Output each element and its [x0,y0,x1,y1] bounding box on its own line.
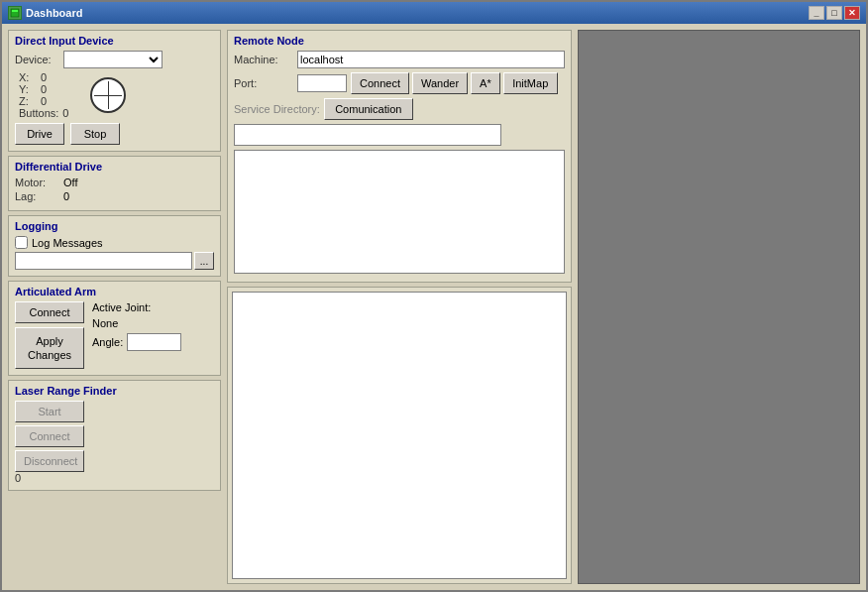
comunication-button[interactable]: Comunication [324,98,413,120]
log-messages-label: Log Messages [32,237,103,249]
direct-input-section: Direct Input Device Device: X: 0 Y: [8,30,221,152]
active-joint-value: None [92,317,118,329]
log-path-row: ... [15,252,214,270]
title-bar-buttons: _ □ ✕ [809,6,860,20]
crosshair-display [90,77,126,113]
active-joint-label: Active Joint: [92,301,151,313]
active-joint-value-row: None [92,317,181,329]
lag-value: 0 [63,190,69,202]
middle-panel: Remote Node Machine: Port: Connect Wande… [227,30,572,584]
log-messages-row: Log Messages [15,236,214,249]
device-row: Device: [15,51,214,68]
laser-range-finder-section: Laser Range Finder Start Connect Disconn… [8,380,221,491]
active-joint-row: Active Joint: [92,301,181,313]
arm-left: Connect ApplyChanges [15,301,84,369]
laser-buttons: Start Connect Disconnect [15,401,214,472]
service-dropdown[interactable] [234,124,501,146]
minimize-button[interactable]: _ [809,6,824,20]
z-label: Z: [19,95,37,107]
articulated-arm-title: Articulated Arm [15,286,214,297]
motor-row: Motor: Off [15,177,214,188]
articulated-arm-section: Articulated Arm Connect ApplyChanges Act… [8,281,221,376]
angle-label: Angle: [92,336,123,348]
window-title: Dashboard [26,7,82,19]
y-value: 0 [41,83,60,95]
title-bar: Dashboard _ □ ✕ [2,2,866,24]
angle-input[interactable] [127,333,181,351]
arm-row: Connect ApplyChanges Active Joint: None … [15,301,214,369]
machine-input[interactable] [297,51,565,68]
direct-input-title: Direct Input Device [15,35,214,47]
device-select[interactable] [63,51,163,68]
arm-visualization-section [227,287,572,584]
log-path-input[interactable] [15,252,192,270]
machine-label: Machine: [234,54,293,65]
log-messages-checkbox[interactable] [15,236,28,249]
logging-section: Logging Log Messages ... [8,215,221,277]
remote-node-title: Remote Node [234,35,565,47]
right-panel [578,30,860,584]
service-directory-row: Service Directory: Comunication [234,98,565,120]
port-input[interactable] [297,74,347,92]
device-values: X: 0 Y: 0 Z: 0 Buttons: [19,71,82,119]
laser-title: Laser Range Finder [15,385,214,397]
lag-row: Lag: 0 [15,190,214,202]
wander-button[interactable]: Wander [412,72,468,94]
stop-button[interactable]: Stop [70,123,120,145]
z-value: 0 [41,95,60,107]
laser-disconnect-button[interactable]: Disconnect [15,450,84,472]
logging-title: Logging [15,220,214,232]
x-label: X: [19,71,37,83]
machine-row: Machine: [234,51,565,68]
remote-node-section: Remote Node Machine: Port: Connect Wande… [227,30,572,283]
browse-button[interactable]: ... [194,252,214,270]
port-row: Port: Connect Wander A* InitMap [234,72,565,94]
buttons-value: 0 [62,107,82,119]
buttons-label: Buttons: [19,107,58,119]
remote-textarea[interactable] [234,150,565,274]
drive-button[interactable]: Drive [15,123,64,145]
laser-counter: 0 [15,472,21,484]
motor-value: Off [63,177,77,188]
content-area: Direct Input Device Device: X: 0 Y: [2,24,866,590]
maximize-button[interactable]: □ [826,6,842,20]
differential-drive-section: Differential Drive Motor: Off Lag: 0 [8,156,221,211]
service-directory-label: Service Directory: [234,103,320,115]
arm-canvas [232,292,567,579]
apply-changes-button[interactable]: ApplyChanges [15,327,84,369]
port-label: Port: [234,77,293,89]
remote-connect-button[interactable]: Connect [351,72,409,94]
window-icon [8,6,22,20]
angle-row: Angle: [92,333,181,351]
arm-connect-button[interactable]: Connect [15,301,84,323]
astar-button[interactable]: A* [471,72,500,94]
title-bar-left: Dashboard [8,6,82,20]
main-window: Dashboard _ □ ✕ Direct Input Device Devi… [0,0,868,592]
motor-label: Motor: [15,177,59,188]
differential-drive-title: Differential Drive [15,161,214,173]
drive-stop-buttons: Drive Stop [15,123,214,145]
laser-start-button[interactable]: Start [15,401,84,422]
y-label: Y: [19,83,37,95]
arm-right: Active Joint: None Angle: [92,301,181,351]
laser-connect-button[interactable]: Connect [15,425,84,447]
left-panel: Direct Input Device Device: X: 0 Y: [8,30,221,584]
device-label: Device: [15,54,59,65]
init-map-button[interactable]: InitMap [503,72,558,94]
x-value: 0 [41,71,60,83]
svg-rect-1 [12,10,18,12]
lag-label: Lag: [15,190,59,202]
remote-buttons: Connect Wander A* InitMap [351,72,558,94]
close-button[interactable]: ✕ [844,6,860,20]
